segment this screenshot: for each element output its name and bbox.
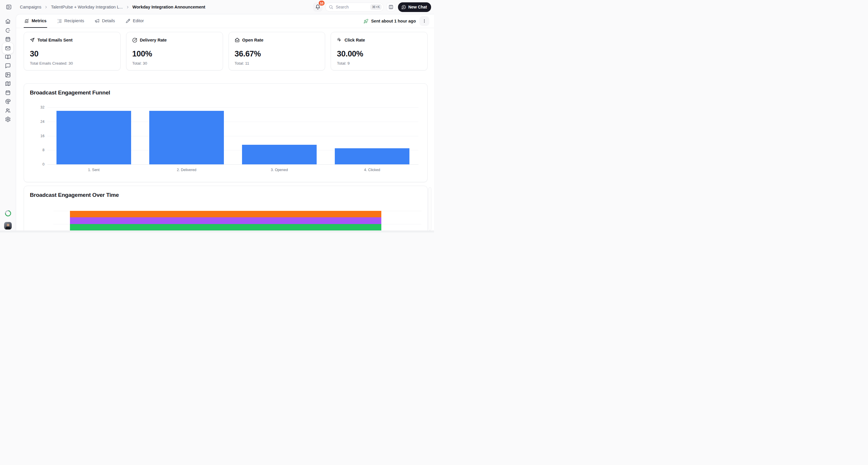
- breadcrumb-campaigns[interactable]: Campaigns: [20, 5, 41, 9]
- funnel-chart-title: Broadcast Engagement Funnel: [30, 90, 422, 96]
- metric-card-total-sent: Total Emails Sent 30 Total Emails Create…: [24, 32, 121, 70]
- sidebar-item-gauge[interactable]: [3, 26, 12, 35]
- notification-badge: 10: [319, 1, 324, 6]
- search-input[interactable]: Search ⌘+K: [325, 3, 384, 12]
- metric-subtitle: Total Emails Created: 30: [30, 61, 115, 66]
- chevron-right-icon: [44, 5, 48, 9]
- search-shortcut: ⌘+K: [370, 4, 382, 10]
- mail-open-icon: [235, 37, 240, 42]
- metric-title: Open Rate: [242, 38, 264, 42]
- sidebar-item-chat[interactable]: [3, 61, 12, 70]
- y-axis-tick: 32: [30, 105, 44, 109]
- sent-status-label: Sent about 1 hour ago: [371, 19, 416, 23]
- sidebar-item-schedule[interactable]: [3, 88, 12, 97]
- funnel-bar[interactable]: [335, 148, 410, 164]
- x-axis-category: 4. Clicked: [326, 168, 418, 172]
- metric-card-click-rate: Click Rate 30.00% Total: 9: [331, 32, 428, 70]
- settings-gear-icon: [5, 117, 11, 122]
- orange-segment[interactable]: [70, 211, 381, 217]
- sidebar-item-map[interactable]: [3, 79, 12, 88]
- vertical-scrollbar-thumb[interactable]: [428, 187, 431, 230]
- image-icon: [5, 72, 11, 78]
- gridline: [48, 164, 418, 165]
- sidebar-item-book[interactable]: [3, 53, 12, 62]
- funnel-chart-card: Broadcast Engagement Funnel 081624321. S…: [24, 84, 428, 182]
- tab-recipients[interactable]: 12 Recipients: [57, 14, 85, 28]
- pen-icon: [126, 19, 130, 23]
- search-icon: [329, 5, 333, 9]
- message-square-icon: [5, 63, 11, 69]
- tab-editor[interactable]: Editor: [125, 14, 145, 28]
- tab-editor-label: Editor: [133, 19, 144, 23]
- user-avatar[interactable]: [4, 222, 12, 230]
- panel-right-icon: [389, 4, 394, 10]
- funnel-bar[interactable]: [149, 111, 224, 164]
- rocket-icon: [364, 19, 368, 24]
- more-options-button[interactable]: [420, 16, 429, 26]
- metric-subtitle: Total: 9: [337, 61, 422, 66]
- metric-value: 36.67%: [235, 49, 319, 59]
- notifications-button[interactable]: 10: [313, 2, 322, 12]
- kebab-icon: [422, 19, 427, 23]
- calendar-icon: [5, 90, 11, 96]
- tab-details-label: Details: [102, 19, 115, 23]
- breadcrumb-campaign-name[interactable]: TalentPulse + Workday Integration L...: [51, 5, 123, 9]
- sidebar-item-mail[interactable]: [2, 43, 13, 54]
- x-axis-category: 1. Sent: [48, 168, 140, 172]
- book-open-icon: [5, 54, 11, 60]
- breadcrumb-current-page: Workday Integration Announcement: [132, 5, 206, 9]
- sent-status: Sent about 1 hour ago: [364, 19, 416, 24]
- tabbar-right: Sent about 1 hour ago: [364, 14, 429, 28]
- sidebar-item-home[interactable]: [3, 17, 12, 26]
- x-axis-category: 3. Opened: [233, 168, 326, 172]
- funnel-bar[interactable]: [57, 111, 131, 164]
- sidebar-item-themes[interactable]: [3, 97, 12, 106]
- chevron-right-icon: [126, 5, 130, 9]
- tab-details[interactable]: Details: [94, 14, 115, 28]
- overtime-stacked-bar[interactable]: [70, 211, 381, 232]
- circle-check-icon: [132, 37, 137, 42]
- home-icon: [5, 19, 11, 24]
- funnel-plot: 081624321. Sent2. Delivered3. Opened4. C…: [48, 107, 418, 164]
- funnel-bar[interactable]: [242, 145, 317, 164]
- sidebar-toggle-button[interactable]: [6, 4, 12, 10]
- metric-subtitle: Total: 11: [235, 61, 319, 66]
- tab-metrics[interactable]: Metrics: [24, 14, 47, 28]
- mail-icon: [5, 45, 11, 51]
- cursor-click-icon: [337, 37, 342, 42]
- sidebar-item-media[interactable]: [3, 70, 12, 79]
- metric-title: Click Rate: [344, 38, 365, 42]
- search-placeholder: Search: [336, 5, 368, 9]
- svg-text:2: 2: [58, 21, 59, 23]
- avatar-suit: [6, 227, 10, 229]
- gridline: [48, 107, 418, 108]
- y-axis-tick: 0: [30, 162, 44, 166]
- sidebar-item-calendar-days[interactable]: [3, 35, 12, 44]
- y-axis-tick: 16: [30, 134, 44, 138]
- main-panel: Metrics 12 Recipients Details Editor: [16, 14, 434, 232]
- panel-toggle-button[interactable]: [386, 3, 395, 12]
- app-window: Campaigns TalentPulse + Workday Integrat…: [0, 0, 434, 232]
- overtime-chart-card: Broadcast Engagement Over Time: [24, 186, 428, 232]
- metric-value: 30: [30, 49, 115, 59]
- metric-subtitle: Total: 30: [132, 61, 217, 66]
- metric-card-delivery-rate: Delivery Rate 100% Total: 30: [126, 32, 223, 70]
- tab-metrics-label: Metrics: [32, 19, 46, 23]
- metric-cards: Total Emails Sent 30 Total Emails Create…: [24, 32, 428, 70]
- breadcrumb: Campaigns TalentPulse + Workday Integrat…: [20, 5, 205, 9]
- horizontal-scrollbar-track[interactable]: [0, 230, 434, 232]
- tab-recipients-label: Recipients: [64, 19, 84, 23]
- purple-segment[interactable]: [70, 217, 381, 224]
- map-icon: [5, 81, 11, 87]
- sidebar-item-settings[interactable]: [3, 115, 12, 124]
- new-chat-button[interactable]: New Chat: [398, 2, 431, 12]
- send-icon: [30, 37, 35, 42]
- panel-left-icon: [6, 4, 12, 10]
- message-plus-icon: [401, 5, 406, 10]
- sidebar-item-users[interactable]: [3, 106, 12, 115]
- metric-card-open-rate: Open Rate 36.67% Total: 11: [228, 32, 326, 70]
- x-axis-category: 2. Delivered: [140, 168, 233, 172]
- megaphone-icon: [95, 19, 99, 23]
- y-axis-tick: 8: [30, 148, 44, 152]
- top-header: Campaigns TalentPulse + Workday Integrat…: [0, 0, 434, 14]
